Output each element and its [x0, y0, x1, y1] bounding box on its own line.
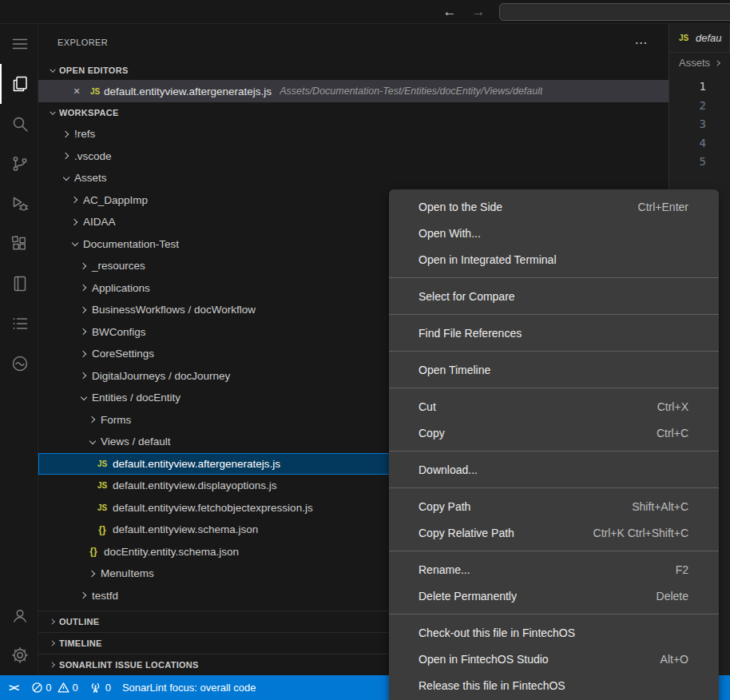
- chevron-down-icon: [47, 65, 58, 76]
- context-menu-item[interactable]: Cut Ctrl+X: [389, 393, 719, 420]
- open-editors-header[interactable]: OPEN EDITORS: [38, 61, 669, 80]
- chevron-icon: [77, 304, 90, 316]
- ports-indicator[interactable]: 0: [84, 675, 117, 700]
- chevron-icon: [77, 369, 90, 382]
- chevron-icon: [77, 325, 90, 338]
- context-menu-item[interactable]: Open With...: [389, 220, 719, 246]
- open-editor-path: Assets/Documentation-Test/Entities/docEn…: [280, 86, 542, 97]
- breadcrumb-item[interactable]: Assets: [679, 57, 710, 69]
- breadcrumb[interactable]: Assets: [669, 53, 730, 73]
- explorer-button[interactable]: [0, 64, 38, 104]
- remote-icon: ><: [9, 682, 18, 694]
- explorer-files-icon: [10, 74, 30, 93]
- tree-item-label: CoreSettings: [92, 348, 154, 360]
- context-menu-item[interactable]: Rename... F2: [389, 556, 719, 583]
- chevron-icon: [60, 128, 73, 141]
- context-menu-item[interactable]: Open Timeline: [389, 356, 719, 383]
- tree-item-label: Documentation-Test: [83, 238, 179, 250]
- book-view-button[interactable]: [0, 264, 38, 304]
- sidebar-title: EXPLORER: [58, 38, 108, 47]
- back-button[interactable]: ←: [439, 0, 460, 24]
- context-menu-item[interactable]: Open to the Side Ctrl+Enter: [389, 193, 719, 220]
- tree-item-label: Forms: [101, 414, 131, 426]
- list-view-button[interactable]: [0, 304, 38, 344]
- menu-button[interactable]: [0, 24, 38, 64]
- context-menu-item[interactable]: Check-out this file in FintechOS: [389, 619, 719, 646]
- context-menu-item[interactable]: Download...: [389, 456, 719, 483]
- tree-item[interactable]: Assets: [38, 167, 669, 189]
- context-menu-item[interactable]: Copy Ctrl+C: [389, 420, 719, 446]
- line-number: 2: [669, 97, 706, 116]
- chevron-icon: [86, 436, 99, 448]
- menu-separator: [389, 551, 719, 551]
- open-editors-label: OPEN EDITORS: [59, 66, 129, 75]
- command-center-search[interactable]: [499, 3, 730, 21]
- menu-item-shortcut: Ctrl+C: [657, 427, 688, 439]
- menu-separator: [389, 451, 719, 451]
- chevron-icon: [77, 392, 90, 404]
- forward-button[interactable]: →: [468, 0, 489, 24]
- chevron-icon: [77, 348, 90, 360]
- tree-item-label: BWConfigs: [92, 326, 146, 338]
- run-debug-button[interactable]: [0, 184, 38, 224]
- chevron-right-icon: [47, 659, 58, 670]
- list-icon: [10, 314, 30, 333]
- chevron-right-icon: [47, 638, 58, 649]
- activity-bar-spacer: [0, 384, 38, 595]
- git-branch-icon: [10, 154, 30, 173]
- context-menu-item[interactable]: Copy Relative Path Ctrl+K Ctrl+Shift+C: [389, 519, 719, 546]
- menu-item-shortcut: Delete: [657, 590, 688, 603]
- source-control-button[interactable]: [0, 144, 38, 184]
- tree-item[interactable]: !refs: [38, 123, 669, 145]
- menu-separator: [389, 351, 719, 352]
- file-type-icon: JS: [95, 459, 109, 468]
- tree-item-label: _resources: [92, 260, 145, 272]
- tree-item[interactable]: .vscode: [38, 145, 669, 168]
- line-number: 3: [669, 115, 706, 134]
- sonarlint-status[interactable]: SonarLint focus: overall code: [117, 675, 262, 700]
- sonarlint-issue-locations-label: SONARLINT ISSUE LOCATIONS: [59, 660, 199, 670]
- tree-item-label: Views / default: [101, 436, 171, 447]
- context-menu-item[interactable]: Delete Permanently Delete: [389, 583, 719, 609]
- editor-tab-label: default.entityview.aftergeneratejs.js: [696, 32, 722, 44]
- menu-item-label: Check-out this file in FintechOS: [419, 626, 575, 639]
- open-editor-item[interactable]: × JS default.entityview.aftergeneratejs.…: [38, 80, 669, 102]
- hamburger-menu-icon: [10, 34, 30, 54]
- menu-item-label: Release this file in FintechOS: [419, 679, 565, 692]
- menu-item-label: Open in FintechOS Studio: [419, 653, 549, 666]
- menu-item-label: Copy Relative Path: [419, 527, 514, 539]
- menu-item-shortcut: Ctrl+X: [657, 400, 688, 413]
- tree-item-label: AIDAA: [83, 216, 116, 228]
- menu-item-shortcut: Ctrl+K Ctrl+Shift+C: [593, 527, 688, 539]
- workspace-header[interactable]: WORKSPACE: [38, 102, 669, 123]
- context-menu-item[interactable]: Copy Path Shift+Alt+C: [389, 493, 719, 519]
- extensions-button[interactable]: [0, 224, 38, 264]
- tree-item-label: default.entityview.fetchobjectexpression…: [113, 502, 313, 514]
- tree-item-label: !refs: [74, 128, 95, 140]
- context-menu-item[interactable]: Release this file in FintechOS: [389, 672, 719, 698]
- remote-indicator[interactable]: ><: [3, 675, 26, 700]
- chevron-icon: [69, 216, 81, 229]
- editor-tab[interactable]: JS default.entityview.aftergeneratejs.js: [669, 24, 730, 52]
- context-menu-item[interactable]: Open in Integrated Terminal: [389, 246, 719, 272]
- outline-label: OUTLINE: [59, 617, 99, 626]
- tree-item-label: docEntity.entity.schema.json: [104, 546, 239, 558]
- context-menu-item[interactable]: Find File References: [389, 320, 719, 346]
- sonarlint-view-button[interactable]: [0, 344, 38, 384]
- context-menu-item[interactable]: Select for Compare: [389, 283, 719, 309]
- more-actions-icon[interactable]: ⋯: [635, 35, 648, 50]
- search-button[interactable]: [0, 104, 38, 144]
- tree-item-label: Applications: [92, 282, 150, 294]
- problems-indicator[interactable]: 0 0: [26, 675, 83, 700]
- menu-item-label: Find File References: [419, 327, 522, 340]
- menu-item-label: Select for Compare: [419, 290, 515, 303]
- context-menu: Open to the Side Ctrl+Enter Open With...…: [389, 189, 719, 700]
- error-count: 0: [46, 682, 51, 694]
- tree-item-label: Entities / docEntity: [92, 392, 181, 404]
- settings-button[interactable]: [0, 635, 38, 675]
- tree-item-label: testfd: [92, 590, 118, 602]
- account-button[interactable]: [0, 595, 38, 635]
- tree-item-label: default.entityview.schema.json: [113, 523, 258, 535]
- context-menu-item[interactable]: Open in FintechOS Studio Alt+O: [389, 646, 719, 672]
- close-icon[interactable]: ×: [70, 85, 83, 97]
